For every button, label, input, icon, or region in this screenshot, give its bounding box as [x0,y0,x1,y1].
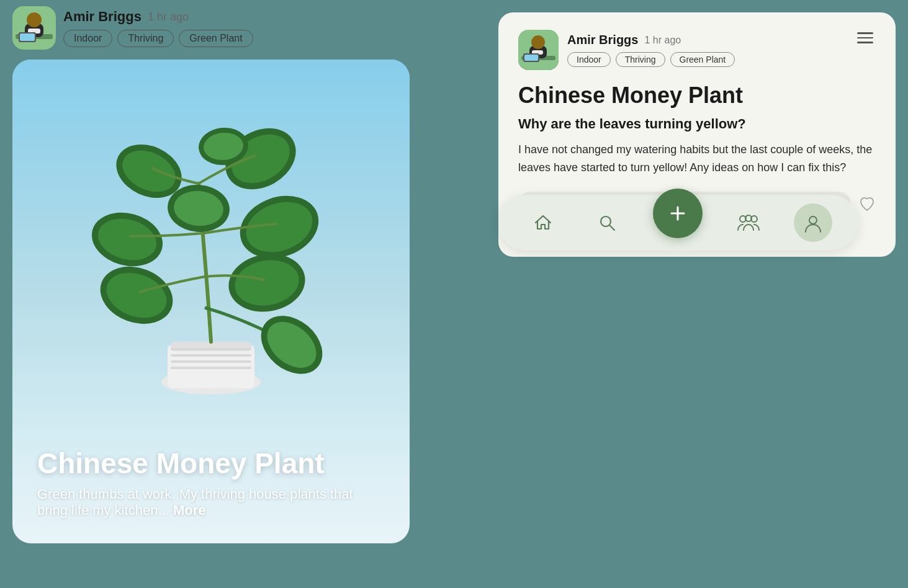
right-card-header: Amir Briggs 1 hr ago Indoor Thriving Gre… [518,30,876,70]
nav-community[interactable] [730,204,767,241]
menu-icon[interactable] [855,30,876,46]
svg-rect-15 [171,367,251,369]
avatar [12,6,56,50]
card-bottom-text: Chinese Money Plant Green thumbs at work… [37,447,385,519]
left-card: Amir Briggs 1 hr ago Indoor Thriving Gre… [12,0,422,540]
card-plant-title: Chinese Money Plant [37,447,385,480]
search-icon [597,213,617,233]
svg-rect-40 [524,55,538,61]
svg-rect-12 [171,348,251,350]
nav-search[interactable] [588,204,626,241]
svg-rect-14 [171,360,251,363]
right-author-row: Amir Briggs 1 hr ago [567,33,735,47]
card-plant-desc: Green thumbs at work. My thriving house … [37,486,385,519]
post-question: Why are the leaves turning yellow? [518,116,876,132]
right-author-name: Amir Briggs [567,33,638,47]
menu-line-1 [857,32,873,34]
right-author-info: Amir Briggs 1 hr ago Indoor Thriving Gre… [567,33,735,67]
image-card: Chinese Money Plant Green thumbs at work… [12,60,410,543]
left-card-header: Amir Briggs 1 hr ago Indoor Thriving Gre… [12,0,422,60]
tag-indoor[interactable]: Indoor [63,30,112,47]
svg-line-42 [609,225,614,230]
svg-rect-13 [171,354,251,357]
add-button[interactable] [653,189,703,238]
right-tag-thriving[interactable]: Thriving [616,52,665,67]
right-tag-green-plant[interactable]: Green Plant [670,52,735,67]
right-tags: Indoor Thriving Green Plant [567,52,735,67]
community-icon [737,213,760,233]
more-link[interactable]: More [173,502,206,518]
add-icon [667,202,689,225]
tag-green-plant[interactable]: Green Plant [179,30,253,47]
svg-point-3 [27,12,42,27]
post-plant-title: Chinese Money Plant [518,82,876,109]
post-body: I have not changed my watering habits bu… [518,141,876,177]
nav-home[interactable] [524,204,562,241]
svg-point-37 [531,35,545,49]
right-panel: Amir Briggs 1 hr ago Indoor Thriving Gre… [498,12,896,269]
plant-illustration [12,60,410,457]
svg-rect-6 [20,33,35,41]
home-icon [533,213,553,233]
author-name: Amir Briggs [63,9,142,25]
time-ago: 1 hr ago [148,11,189,24]
right-avatar [518,30,559,70]
right-tag-indoor[interactable]: Indoor [567,52,611,67]
heart-icon[interactable] [858,195,876,217]
profile-icon [801,211,825,234]
nav-profile[interactable] [794,203,832,242]
svg-point-48 [801,211,825,234]
right-time: 1 hr ago [644,35,681,46]
menu-line-3 [857,42,873,43]
menu-line-2 [857,37,873,39]
tags-row: Indoor Thriving Green Plant [63,30,253,47]
tag-thriving[interactable]: Thriving [117,30,174,47]
left-header-info: Amir Briggs 1 hr ago Indoor Thriving Gre… [63,9,253,47]
bottom-nav [498,195,858,251]
right-header-left: Amir Briggs 1 hr ago Indoor Thriving Gre… [518,30,735,70]
svg-rect-8 [12,60,410,457]
